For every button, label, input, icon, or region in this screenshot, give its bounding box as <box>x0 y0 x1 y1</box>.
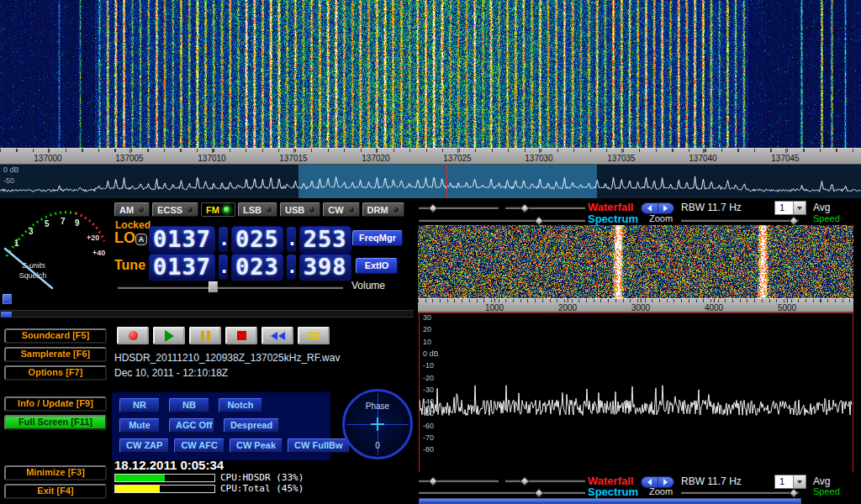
rewind-button[interactable] <box>261 327 293 344</box>
slider-thumb[interactable] <box>534 488 543 497</box>
info-update-button[interactable]: Info / Update [F9] <box>4 396 107 412</box>
freq-group[interactable]: 398 <box>299 254 351 281</box>
chevron-down-icon[interactable] <box>793 202 806 214</box>
frequency-ruler[interactable]: 137000 137005 137010 137015 137020 13702… <box>0 148 861 165</box>
cw-peak-button[interactable]: CW Peak <box>230 438 283 453</box>
freq-ruler-label: 137020 <box>362 154 389 163</box>
soundcard-button[interactable]: Soundcard [F5] <box>4 328 107 344</box>
scrollbar-thumb[interactable] <box>1 312 12 318</box>
mode-button-usb[interactable]: USB <box>280 202 320 217</box>
nb-button[interactable]: NB <box>169 398 209 412</box>
waterfall-label[interactable]: Waterfall <box>588 201 633 213</box>
slider-thumb[interactable] <box>428 203 437 213</box>
slider-thumb[interactable] <box>428 476 437 486</box>
mode-label: LSB <box>243 205 261 215</box>
control-bar-top: Waterfall RBW 11.7 Hz 1 Avg Spectrum Zoo… <box>415 199 861 225</box>
zoom-slider[interactable] <box>681 490 799 497</box>
db-label: -50 <box>423 409 434 417</box>
db-label: 10 <box>423 338 431 346</box>
freq-group[interactable]: 025 <box>231 226 283 253</box>
freq-ruler-label: 137000 <box>34 154 61 163</box>
cpu-total-bar <box>114 485 215 493</box>
mode-button-cw[interactable]: CW <box>323 202 359 217</box>
play-button[interactable] <box>153 327 185 344</box>
mode-button-ecss[interactable]: ECSS <box>152 202 198 217</box>
loop-button[interactable] <box>298 327 330 344</box>
spectrum-label[interactable]: Spectrum <box>588 213 638 225</box>
freq-dot: . <box>287 255 296 280</box>
vfo-a-badge[interactable]: A <box>135 234 147 245</box>
waterfall-brightness-slider[interactable] <box>505 205 585 213</box>
overview-db-label-top: 0 dB <box>3 165 19 174</box>
options-button[interactable]: Options [F7] <box>4 365 107 381</box>
spinner-right-icon[interactable] <box>658 203 674 213</box>
mode-button-lsb[interactable]: LSB <box>238 202 277 217</box>
freq-ruler-label: 137025 <box>443 154 471 163</box>
spectrum-scale-slider[interactable] <box>419 218 585 225</box>
spinner-left-icon[interactable] <box>642 203 658 213</box>
spectrum-label[interactable]: Spectrum <box>588 486 638 498</box>
overview-spectrum[interactable] <box>0 165 861 198</box>
fullscreen-button[interactable]: Full Screen [F11] <box>4 415 107 430</box>
stop-button[interactable] <box>225 327 257 344</box>
cw-zap-button[interactable]: CW ZAP <box>119 438 169 453</box>
speed-bar[interactable] <box>419 498 801 504</box>
chevron-down-icon[interactable] <box>793 475 806 488</box>
slider-thumb[interactable] <box>520 203 529 213</box>
record-button[interactable] <box>117 327 149 344</box>
waterfall-contrast-slider[interactable] <box>419 478 499 486</box>
squelch-slider-thumb[interactable] <box>3 294 12 304</box>
agc-button[interactable]: AGC Off <box>169 418 214 433</box>
spectrum-scale-slider[interactable] <box>419 490 585 497</box>
zoom-slider[interactable] <box>681 218 799 225</box>
freq-group[interactable]: 0137 <box>149 226 215 253</box>
mode-led-icon <box>265 206 272 213</box>
nr-button[interactable]: NR <box>119 398 160 412</box>
exit-button[interactable]: Exit [F4] <box>4 484 107 499</box>
mode-button-am[interactable]: AM <box>114 202 150 217</box>
slider-thumb[interactable] <box>790 216 799 225</box>
despread-button[interactable]: Despread <box>224 418 279 433</box>
tuning-scrollbar[interactable] <box>0 310 414 318</box>
phase-value: 0 <box>345 441 410 450</box>
freq-group[interactable]: 0137 <box>149 254 215 281</box>
mode-label: AM <box>119 205 134 215</box>
cw-fullbw-button[interactable]: CW FullBw <box>288 438 349 453</box>
freq-group[interactable]: 023 <box>231 254 283 281</box>
slider-thumb[interactable] <box>520 476 529 486</box>
volume-slider-track <box>118 287 343 289</box>
minimize-button[interactable]: Minimize [F3] <box>4 465 107 480</box>
extio-button[interactable]: ExtIO <box>356 258 398 274</box>
audio-freq-ruler[interactable]: 1000 2000 3000 4000 5000 <box>418 298 853 312</box>
samplerate-button[interactable]: Samplerate [F6] <box>4 347 107 362</box>
audio-spectrum[interactable] <box>418 312 853 472</box>
lo-frequency-display[interactable]: 0137 . 025 . 253 <box>149 226 351 253</box>
mute-button[interactable]: Mute <box>119 418 160 433</box>
volume-slider[interactable] <box>118 285 343 292</box>
slider-thumb[interactable] <box>790 488 799 497</box>
overview-db-label-mid: -50 <box>3 176 14 185</box>
mode-button-fm[interactable]: FM <box>201 202 235 217</box>
main-waterfall[interactable] <box>0 0 861 148</box>
avg-select[interactable]: 1 <box>774 201 806 215</box>
db-label: -70 <box>423 433 434 442</box>
avg-select[interactable]: 1 <box>774 475 806 489</box>
pause-button[interactable] <box>189 327 221 344</box>
cw-afc-button[interactable]: CW AFC <box>174 438 224 453</box>
slider-thumb[interactable] <box>534 216 543 225</box>
volume-slider-thumb[interactable] <box>209 281 218 292</box>
waterfall-contrast-slider[interactable] <box>419 205 499 213</box>
cpu-total-fill <box>115 486 160 492</box>
zoom-label: Zoom <box>649 213 673 223</box>
mode-button-drm[interactable]: DRM <box>362 202 404 217</box>
tune-frequency-display[interactable]: 0137 . 023 . 398 <box>149 254 351 281</box>
zoom-spinner[interactable] <box>641 202 674 214</box>
freqmgr-button[interactable]: FreqMgr <box>352 230 403 246</box>
db-label: 0 dB <box>423 349 439 358</box>
freq-group[interactable]: 253 <box>299 226 351 253</box>
notch-button[interactable]: Notch <box>219 398 262 412</box>
rewind-icon <box>271 332 277 340</box>
phase-dial[interactable]: Phase 0 <box>342 389 413 459</box>
audio-waterfall[interactable] <box>418 225 853 298</box>
waterfall-brightness-slider[interactable] <box>505 478 585 486</box>
